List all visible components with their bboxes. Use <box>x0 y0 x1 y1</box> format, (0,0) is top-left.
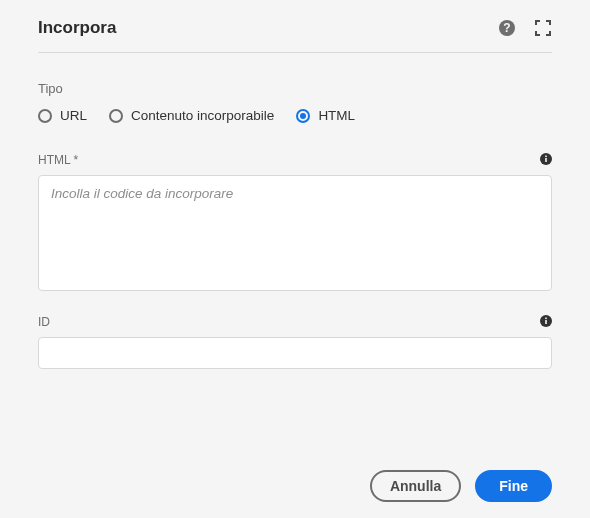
dialog-title: Incorpora <box>38 18 116 38</box>
radio-circle-icon <box>38 109 52 123</box>
html-field-block: HTML * <box>38 153 552 295</box>
embed-dialog: Incorpora ? Tipo URL Contenuto incorpora… <box>0 0 590 387</box>
html-field-label: HTML * <box>38 153 78 167</box>
info-icon[interactable] <box>540 153 552 167</box>
svg-rect-6 <box>545 320 547 324</box>
radio-url[interactable]: URL <box>38 108 87 123</box>
id-input[interactable] <box>38 337 552 369</box>
radio-circle-icon <box>296 109 310 123</box>
svg-rect-4 <box>545 156 547 158</box>
svg-text:?: ? <box>503 21 510 35</box>
radio-label: URL <box>60 108 87 123</box>
id-field-label: ID <box>38 315 50 329</box>
html-textarea[interactable] <box>38 175 552 291</box>
svg-rect-3 <box>545 158 547 162</box>
dialog-footer: Annulla Fine <box>370 470 552 502</box>
svg-rect-7 <box>545 318 547 320</box>
info-icon[interactable] <box>540 315 552 329</box>
help-icon[interactable]: ? <box>498 19 516 37</box>
radio-html[interactable]: HTML <box>296 108 355 123</box>
field-header: ID <box>38 315 552 329</box>
dialog-header: Incorpora ? <box>38 18 552 53</box>
type-radio-group: URL Contenuto incorporabile HTML <box>38 108 552 123</box>
type-label: Tipo <box>38 81 552 96</box>
done-button[interactable]: Fine <box>475 470 552 502</box>
id-field-block: ID <box>38 315 552 369</box>
radio-label: Contenuto incorporabile <box>131 108 274 123</box>
header-icons: ? <box>498 19 552 37</box>
cancel-button[interactable]: Annulla <box>370 470 461 502</box>
field-header: HTML * <box>38 153 552 167</box>
fullscreen-icon[interactable] <box>534 19 552 37</box>
radio-circle-icon <box>109 109 123 123</box>
radio-label: HTML <box>318 108 355 123</box>
radio-embeddable[interactable]: Contenuto incorporabile <box>109 108 274 123</box>
